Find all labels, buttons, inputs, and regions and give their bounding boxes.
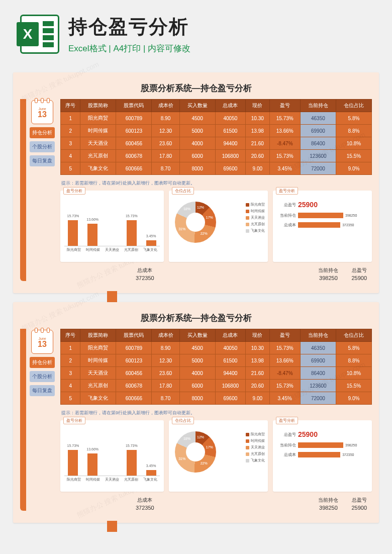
nav-daily-review[interactable]: 每日复盘 (30, 155, 55, 166)
holdings-table: 序号股票简称股票代码成本价买入数量总成本现价盈亏当前持仓仓位占比 1阳光商贸60… (60, 329, 372, 405)
calendar-icon: June 13 (31, 330, 53, 354)
bar-chart-title: 盈亏分析 (63, 417, 85, 424)
nav-stock-analysis[interactable]: 个股分析 (30, 141, 55, 152)
nav-daily-review[interactable]: 每日复盘 (30, 385, 55, 396)
table-header-row: 序号股票简称股票代码成本价买入数量总成本现价盈亏当前持仓仓位占比 (61, 329, 372, 342)
hbar-chart-title: 盈亏分析 (276, 187, 298, 195)
calendar-day: 13 (38, 340, 47, 348)
table-row: 2时间传媒60012312.3050006150013.9813.66%6990… (61, 125, 372, 137)
donut-chart-title: 仓位占比 (172, 417, 194, 424)
donut-legend: 阳光商贸时间传媒天天酒业光芃原创飞象文化 (246, 201, 265, 235)
sheet-preview-1: 熊猫办公 搜索 tukuppt.com 熊猫办公 搜索 tukuppt.com … (13, 72, 379, 293)
donut-chart-title: 仓位占比 (172, 187, 194, 195)
hero: X 持仓盈亏分析 Excel格式 | A4打印 | 内容可修改 (0, 0, 392, 63)
table-row: 5飞象文化6006668.708000696009.003.45%720009.… (61, 392, 372, 405)
sidebar: June 13 持仓分析 个股分析 每日复盘 (28, 329, 56, 511)
donut-chart-card: 仓位占比 12%17%22%31%18% 阳光商贸时间传媒天天酒业光芃原创飞象文… (169, 191, 268, 262)
tip-text: 提示：若需新增行，请在第9行处插入新增行，图表即可自动更新。 (61, 410, 371, 416)
bar-chart-card: 盈亏分析 15.73%13.66%-8.47%15.73%3.45% 阳光商贸时… (60, 420, 164, 492)
donut-legend: 阳光商贸时间传媒天天酒业光芃原创飞象文化 (246, 430, 265, 465)
totals-row: 总成本372350 当前持仓398250 总盈亏25900 (60, 267, 372, 281)
excel-icon-letter: X (17, 22, 39, 46)
hbar-chart-card: 盈亏分析 总盈亏25900当前持仓398250总成本372350 (273, 420, 372, 492)
sheet-title: 股票分析系统—持仓盈亏分析 (20, 82, 372, 94)
bar-chart: 15.73%13.66%-8.47%15.73%3.45% (64, 430, 160, 476)
bar-chart: 15.73%13.66%-8.47%15.73%3.45% (64, 201, 160, 246)
nav-position-analysis[interactable]: 持仓分析 (30, 127, 55, 138)
sheet-title: 股票分析系统—持仓盈亏分析 (20, 312, 372, 324)
table-row: 1阳光商贸6007898.9045004005010.3015.73%46350… (61, 112, 372, 125)
sidebar: June 13 持仓分析 个股分析 每日复盘 (28, 99, 56, 281)
table-row: 1阳光商贸6007898.9045004005010.3015.73%46350… (61, 342, 372, 354)
table-row: 5飞象文化6006668.708000696009.003.45%720009.… (61, 162, 372, 175)
holdings-table: 序号股票简称股票代码成本价买入数量总成本现价盈亏当前持仓仓位占比 1阳光商贸60… (60, 99, 372, 175)
nav-position-analysis[interactable]: 持仓分析 (30, 357, 55, 368)
table-row: 2时间传媒60012312.3050006150013.9813.66%6990… (61, 354, 372, 367)
nav-stock-analysis[interactable]: 个股分析 (30, 371, 55, 382)
calendar-icon: June 13 (31, 100, 53, 124)
hbar-chart-title: 盈亏分析 (276, 417, 298, 424)
calendar-day: 13 (38, 111, 47, 119)
donut-chart: 12%17%22%31%18% (175, 431, 216, 473)
accent-stripe (20, 99, 26, 281)
page-subtitle: Excel格式 | A4打印 | 内容可修改 (68, 43, 372, 54)
accent-stripe (20, 329, 26, 511)
tip-text: 提示：若需新增行，请在第9行处插入新增行，图表即可自动更新。 (61, 180, 371, 187)
table-header-row: 序号股票简称股票代码成本价买入数量总成本现价盈亏当前持仓仓位占比 (61, 100, 372, 112)
sheet-preview-2: 熊猫办公 搜索 tukuppt.com 熊猫办公 搜索 tukuppt.com … (13, 302, 379, 523)
excel-icon: X (20, 15, 59, 54)
bar-chart-title: 盈亏分析 (63, 187, 85, 195)
table-row: 3天天酒业60045623.6040009440021.60-8.47%8640… (61, 137, 372, 150)
page-title: 持仓盈亏分析 (68, 14, 372, 40)
hbar-chart: 总盈亏25900当前持仓398250总成本372350 (277, 201, 368, 228)
table-row: 4光芃原创60067817.80600010680020.6015.73%123… (61, 380, 372, 392)
totals-row: 总成本372350 当前持仓398250 总盈亏25900 (60, 497, 372, 511)
donut-chart-card: 仓位占比 12%17%22%31%18% 阳光商贸时间传媒天天酒业光芃原创飞象文… (169, 420, 268, 492)
hbar-chart-card: 盈亏分析 总盈亏25900当前持仓398250总成本372350 (273, 191, 372, 262)
table-row: 4光芃原创60067817.80600010680020.6015.73%123… (61, 150, 372, 162)
hbar-chart: 总盈亏25900当前持仓398250总成本372350 (277, 430, 368, 457)
donut-chart: 12%17%22%31%18% (175, 202, 216, 243)
bar-chart-card: 盈亏分析 15.73%13.66%-8.47%15.73%3.45% 阳光商贸时… (60, 191, 164, 262)
table-row: 3天天酒业60045623.6040009440021.60-8.47%8640… (61, 367, 372, 380)
